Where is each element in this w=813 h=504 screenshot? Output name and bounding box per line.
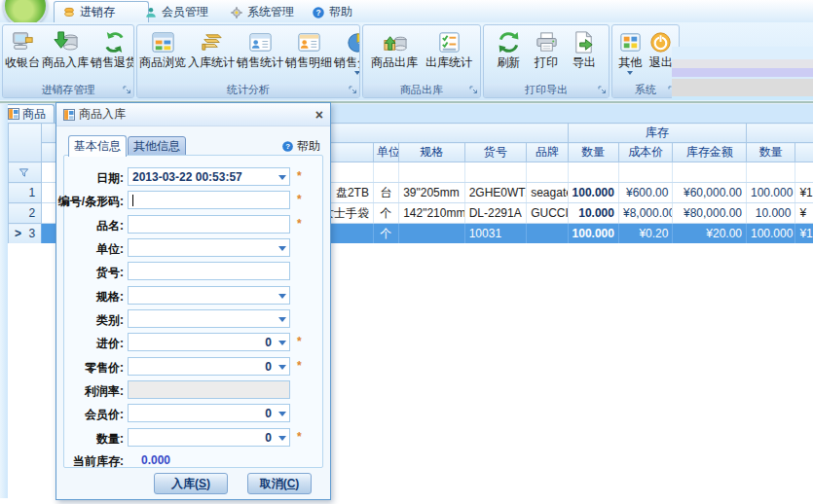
date-field[interactable]: 2013-03-22 00:53:57 — [128, 167, 290, 186]
cell-brand[interactable]: seagate — [527, 183, 568, 203]
refresh-button[interactable]: 刷新 — [495, 26, 523, 84]
cell-amount[interactable]: ¥60,000.00 — [673, 183, 747, 203]
stockin-stats-button[interactable]: 入库统计 — [187, 26, 236, 84]
cell-unit[interactable]: 台 — [373, 183, 398, 203]
sales-detail-button[interactable]: 销售明细 — [284, 26, 333, 84]
cell-extra[interactable]: ¥ — [795, 203, 813, 224]
export-button[interactable]: 导出 — [570, 26, 598, 84]
dropdown-arrow-icon[interactable] — [278, 317, 286, 326]
column-header-extra[interactable] — [795, 143, 813, 162]
dropdown-arrow-icon[interactable] — [278, 436, 286, 445]
column-header[interactable]: 成本价 — [618, 143, 672, 162]
tab-purchase-sale-inventory[interactable]: 进销存 — [54, 1, 149, 22]
filter-funnel-icon[interactable] — [18, 167, 29, 178]
cell-code[interactable]: 10031 — [464, 224, 527, 244]
cell-spec[interactable] — [399, 224, 465, 244]
cell-amount[interactable]: ¥80,000.00 — [673, 203, 747, 224]
column-header[interactable]: 规格 — [399, 143, 465, 162]
cell-code[interactable]: DL-2291A — [464, 203, 527, 224]
cashier-button[interactable]: 收银台 — [4, 26, 41, 84]
dropdown-arrow-icon[interactable] — [278, 294, 286, 303]
member-price-field[interactable]: 0 — [128, 404, 290, 422]
stock-in-button[interactable]: 商品入库 — [41, 26, 90, 84]
help-button[interactable]: ? 帮助 — [281, 138, 320, 155]
product-browse-button[interactable]: 商品浏览 — [138, 26, 187, 84]
stockout-stats-button[interactable]: 出库统计 — [425, 26, 473, 84]
filter-cell[interactable] — [527, 162, 568, 183]
close-icon[interactable]: × — [315, 109, 323, 121]
filter-cell[interactable] — [618, 162, 672, 183]
cell-qty2[interactable]: 100.000 — [747, 183, 795, 203]
cell-spec[interactable]: 142"210mm — [399, 203, 465, 224]
cell-cost[interactable]: ¥600.00 — [618, 183, 672, 203]
dropdown-arrow-icon[interactable] — [278, 365, 286, 374]
other-button[interactable]: 其他 — [616, 26, 645, 84]
item-code-field[interactable] — [128, 262, 290, 280]
column-header[interactable]: 品牌 — [527, 143, 568, 162]
filter-cell[interactable] — [747, 162, 795, 183]
cell-spec[interactable]: 39"205mm — [399, 183, 465, 203]
launcher-icon[interactable] — [349, 86, 357, 94]
cell-cost[interactable]: ¥0.20 — [618, 224, 672, 244]
dialog-titlebar[interactable]: 商品入库 × — [56, 103, 330, 126]
stock-in-submit-button[interactable]: 入库(S) — [154, 473, 228, 494]
row-header[interactable]: 1 — [9, 183, 42, 203]
stock-out-button[interactable]: 商品出库 — [370, 26, 419, 84]
barcode-field[interactable] — [128, 191, 290, 209]
filter-row-header[interactable] — [9, 162, 42, 183]
launcher-icon[interactable] — [598, 86, 607, 94]
cell-code[interactable]: 2GHE0WTZ — [464, 183, 527, 203]
column-header[interactable]: 库存金额 — [673, 143, 747, 162]
dropdown-arrow-icon[interactable] — [278, 246, 286, 255]
column-header[interactable]: 数量 — [747, 143, 795, 162]
sales-stats-button[interactable]: 销售统计 — [236, 26, 284, 84]
sales-return-button[interactable]: 销售退货 — [90, 26, 134, 84]
category-field[interactable] — [128, 309, 290, 328]
filter-cell[interactable] — [568, 162, 618, 183]
filter-cell[interactable] — [399, 162, 465, 183]
tab-help[interactable]: ?帮助 — [304, 2, 374, 22]
cell-unit[interactable]: 个 — [373, 203, 398, 224]
tab-basic-info[interactable]: 基本信息 — [68, 135, 127, 157]
dropdown-arrow-icon[interactable] — [278, 412, 286, 420]
column-header[interactable]: 数量 — [568, 143, 618, 162]
cell-unit[interactable]: 个 — [373, 224, 398, 244]
cell-qty2[interactable]: 10.000 — [747, 203, 795, 224]
grid-corner[interactable] — [9, 124, 42, 162]
filter-cell[interactable] — [795, 162, 813, 183]
quantity-field[interactable]: 0 — [128, 428, 290, 447]
row-header[interactable]: >3 — [9, 224, 42, 244]
launcher-icon[interactable] — [469, 86, 478, 94]
cell-amount[interactable]: ¥20.00 — [673, 224, 747, 244]
spec-field[interactable] — [128, 286, 290, 305]
cancel-button[interactable]: 取消(C) — [247, 473, 312, 494]
product-name-field[interactable] — [128, 215, 290, 234]
cell-qty[interactable]: 10.000 — [568, 203, 618, 224]
launcher-icon[interactable] — [123, 86, 131, 94]
retail-price-field[interactable]: 0 — [128, 357, 290, 376]
unit-field[interactable] — [128, 238, 290, 257]
cell-qty[interactable]: 100.000 — [568, 183, 618, 203]
cell-brand[interactable] — [527, 224, 568, 244]
cell-cost[interactable]: ¥8,000.00 — [618, 203, 672, 224]
cell-extra[interactable]: ¥1,0 — [795, 224, 813, 244]
dropdown-arrow-icon[interactable] — [278, 175, 286, 184]
filter-cell[interactable] — [673, 162, 747, 183]
row-header[interactable]: 2 — [9, 203, 42, 224]
cell-extra[interactable]: ¥1,0 — [795, 183, 813, 203]
print-button[interactable]: 打印 — [533, 26, 561, 84]
cell-qty2[interactable]: 100.000 — [747, 224, 795, 244]
purchase-price-field[interactable]: 0 — [128, 333, 290, 351]
filter-cell[interactable] — [373, 162, 398, 183]
mdi-tab-products[interactable]: 商品 — [2, 104, 55, 123]
column-header[interactable]: 货号 — [464, 143, 527, 162]
filter-cell[interactable] — [464, 162, 527, 183]
group-header-stock[interactable]: 库存 — [568, 124, 746, 143]
cell-qty[interactable]: 100.000 — [568, 224, 618, 244]
sales-analysis-button[interactable]: 销售分析 — [333, 26, 360, 84]
column-header[interactable]: 单位 — [373, 143, 398, 162]
group-header-right[interactable]: 进 — [747, 124, 813, 143]
dropdown-arrow-icon[interactable] — [278, 341, 286, 349]
cell-brand[interactable]: GUCCI — [527, 203, 568, 224]
exit-button[interactable]: 退出 — [647, 26, 675, 84]
